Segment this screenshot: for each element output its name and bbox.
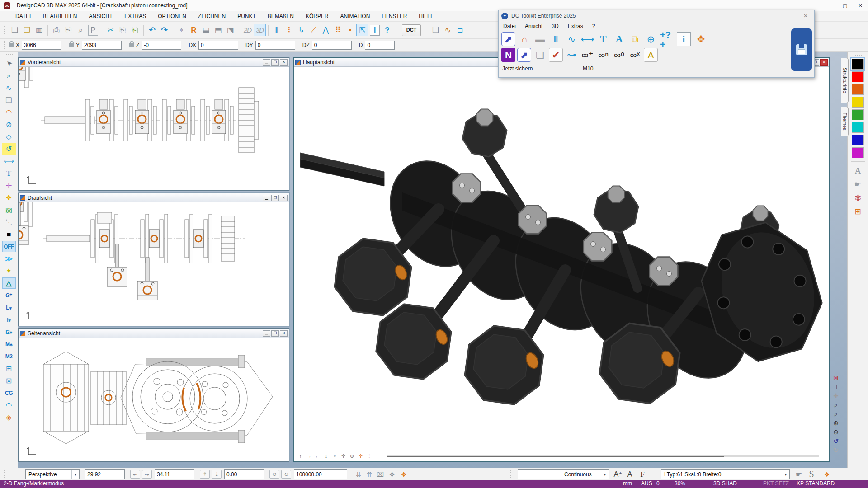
menu-animation[interactable]: ANIMATION bbox=[340, 13, 370, 19]
plane-select-icon[interactable]: ⋀ bbox=[320, 24, 332, 36]
undo-icon[interactable]: ↶ bbox=[146, 24, 158, 36]
toolkit-close-button[interactable]: ✕ bbox=[800, 11, 811, 20]
viewport-minimize-button[interactable]: ▁ bbox=[263, 195, 270, 201]
camera-target-icon[interactable]: ✥ bbox=[399, 470, 409, 479]
text-t-icon[interactable]: T bbox=[596, 32, 610, 46]
snap-midpoint-icon[interactable]: M⁎ bbox=[2, 338, 16, 350]
center-view-icon[interactable]: ⌖ bbox=[331, 453, 339, 460]
point-array-icon[interactable]: ⁝ bbox=[283, 24, 295, 36]
page-setup-icon[interactable]: P bbox=[88, 25, 98, 36]
lock-x-icon[interactable] bbox=[9, 43, 14, 47]
open-external-icon[interactable]: ⬈ bbox=[517, 48, 531, 62]
hand-select-icon[interactable]: ☛ bbox=[794, 470, 804, 479]
snap-gravity-icon[interactable]: G⁺ bbox=[2, 290, 16, 301]
zoom-icon[interactable]: ⊕ bbox=[348, 453, 356, 460]
redo-icon[interactable]: ↷ bbox=[158, 24, 170, 36]
viewport-close-button[interactable]: ✕ bbox=[280, 195, 288, 201]
lock-z-icon[interactable] bbox=[129, 43, 134, 47]
hand-select-icon[interactable]: ☛ bbox=[852, 178, 864, 190]
snap-cg-icon[interactable]: CG bbox=[2, 387, 16, 399]
menu-datei[interactable]: DATEI bbox=[15, 13, 31, 19]
camera-rotate-cw-icon[interactable]: ↻ bbox=[281, 470, 291, 479]
swatch-black[interactable] bbox=[852, 59, 864, 70]
toolkit-titlebar[interactable]: ✦ DC Toolkit Enterprise 2025 ✕ bbox=[499, 10, 814, 21]
sidebar-grip[interactable] bbox=[853, 54, 863, 56]
toolkit-menu-3d[interactable]: 3D bbox=[552, 23, 558, 29]
magic-wand-icon[interactable]: ✦ bbox=[2, 265, 16, 277]
paste-icon[interactable]: ⎗ bbox=[129, 24, 141, 36]
pause-bars-icon[interactable]: ‖ bbox=[549, 32, 563, 46]
context-help-icon[interactable]: ? bbox=[381, 24, 393, 36]
open-file-icon[interactable]: ❒ bbox=[21, 24, 33, 36]
horizontal-scrollbar[interactable] bbox=[387, 455, 819, 457]
menu-hilfe[interactable]: HILFE bbox=[419, 13, 434, 19]
status-render-mode[interactable]: 3D SHAD bbox=[713, 480, 737, 487]
point-center-icon[interactable]: ⌖ bbox=[175, 24, 188, 36]
bottombar-grip[interactable] bbox=[4, 469, 6, 479]
dct-button[interactable]: DCT bbox=[402, 24, 421, 36]
font-icon[interactable]: A bbox=[625, 470, 635, 479]
viewport-side-canvas[interactable] bbox=[19, 338, 289, 461]
text-style-icon[interactable]: A bbox=[852, 165, 864, 177]
point-cloud-icon[interactable]: ◈ bbox=[2, 412, 16, 423]
pan-right-icon[interactable]: → bbox=[305, 453, 313, 460]
status-layer[interactable]: 0 bbox=[656, 480, 660, 487]
link-onenote-icon[interactable]: ∞ⁿ bbox=[596, 48, 610, 62]
onenote-icon[interactable]: N bbox=[501, 48, 515, 62]
status-units[interactable]: mm bbox=[623, 480, 632, 487]
camera-tilt-input[interactable] bbox=[155, 469, 194, 479]
copy-icon[interactable]: ⎘ bbox=[117, 24, 129, 36]
text-icon[interactable]: T bbox=[2, 168, 16, 179]
info-icon[interactable]: i bbox=[677, 32, 691, 46]
app-launch-icon[interactable]: ⬈ bbox=[501, 32, 515, 46]
toolkit-menu-datei[interactable]: Datei bbox=[503, 23, 516, 29]
target-point-icon[interactable]: ⊹ bbox=[365, 453, 373, 460]
view-iso-icon[interactable]: ⬒ bbox=[212, 24, 224, 36]
view-front-icon[interactable]: ⬓ bbox=[200, 24, 212, 36]
status-snap[interactable]: AUS bbox=[641, 480, 652, 487]
menu-bemassen[interactable]: BEMAßEN bbox=[268, 13, 294, 19]
circle-icon[interactable]: ⊘ bbox=[2, 119, 16, 130]
print-export-icon[interactable]: ⎘ bbox=[62, 24, 75, 36]
zoom-icon[interactable]: ⌕ bbox=[2, 70, 16, 81]
menu-zeichnen[interactable]: ZEICHNEN bbox=[198, 13, 226, 19]
toolbar-grip[interactable] bbox=[4, 25, 6, 35]
viewport-restore-button[interactable]: ❐ bbox=[271, 59, 279, 66]
camera-rotate-ccw-icon[interactable]: ↺ bbox=[269, 470, 279, 479]
view-mode-dropdown[interactable]: Perspektive ▾ bbox=[25, 469, 80, 479]
pause-icon[interactable]: ‖ bbox=[271, 24, 283, 36]
coordbar-grip[interactable] bbox=[4, 40, 6, 50]
new-drawing-icon[interactable]: R bbox=[188, 24, 200, 36]
axes-icon[interactable]: ✛ bbox=[340, 453, 347, 460]
snap-intersect2-icon[interactable]: I2⁎ bbox=[2, 326, 16, 338]
snap-midpoint2-icon[interactable]: M2 bbox=[2, 351, 16, 362]
swatch-red[interactable] bbox=[852, 71, 864, 82]
camera-angle-input[interactable] bbox=[85, 469, 125, 479]
polyline-icon[interactable]: ∿ bbox=[2, 82, 16, 94]
viewport-restore-button[interactable]: ❐ bbox=[271, 330, 279, 337]
axes-icon[interactable]: ↳ bbox=[295, 24, 307, 36]
viewport-minimize-button[interactable]: ▁ bbox=[263, 59, 270, 66]
linetype-grip[interactable] bbox=[510, 469, 512, 479]
text-a-icon[interactable]: A bbox=[612, 32, 626, 46]
rect-line-icon[interactable]: ⊐ bbox=[454, 24, 466, 36]
close-view-icon[interactable]: ⊠ bbox=[831, 373, 841, 382]
toolkit-menu-extras[interactable]: Extras bbox=[568, 23, 583, 29]
viewport-close-button[interactable]: ✕ bbox=[280, 59, 288, 66]
menu-koerper[interactable]: KÖRPER bbox=[306, 13, 329, 19]
coord-x-input[interactable] bbox=[22, 41, 61, 50]
coord-dz-input[interactable] bbox=[312, 41, 352, 50]
link-add-icon[interactable]: ∞⁺ bbox=[580, 48, 594, 62]
coord-y-input[interactable] bbox=[82, 41, 122, 50]
viewport-restore-button[interactable]: ❐ bbox=[271, 195, 279, 201]
snap-intersect-icon[interactable]: I⁎ bbox=[2, 314, 16, 325]
palette-icon[interactable]: ✾ bbox=[852, 192, 864, 204]
grid-toggle-icon[interactable]: ⌗ bbox=[831, 382, 841, 391]
viewport-top-canvas[interactable] bbox=[19, 202, 289, 326]
scrollbar-thumb[interactable] bbox=[387, 456, 724, 457]
menu-extras[interactable]: EXTRAS bbox=[124, 13, 146, 19]
line-width-icon[interactable]: — bbox=[648, 470, 658, 479]
layers-icon[interactable]: ⧉ bbox=[628, 32, 642, 46]
dash-icon[interactable]: ▬ bbox=[533, 32, 547, 46]
dimension-icon[interactable]: ⟷ bbox=[2, 155, 16, 167]
